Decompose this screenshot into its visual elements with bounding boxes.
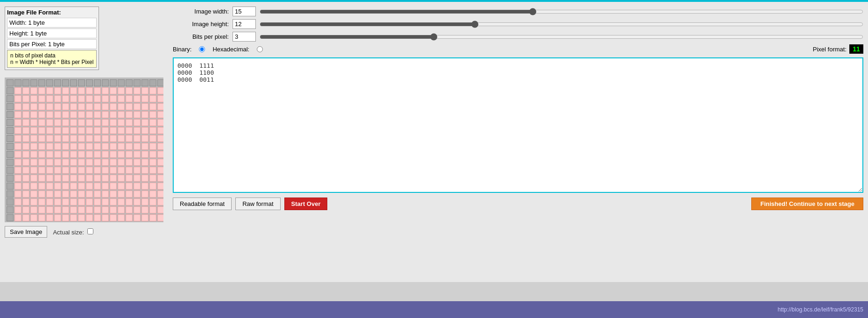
pixel-cell[interactable] <box>22 167 29 174</box>
pixel-cell[interactable] <box>62 214 69 221</box>
pixel-cell[interactable] <box>30 159 37 166</box>
start-over-button[interactable]: Start Over <box>284 198 328 210</box>
pixel-cell[interactable] <box>30 167 37 174</box>
pixel-cell[interactable] <box>157 119 163 126</box>
pixel-cell[interactable] <box>14 175 21 182</box>
pixel-cell[interactable] <box>110 214 117 221</box>
pixel-cell[interactable] <box>62 79 69 86</box>
pixel-cell[interactable] <box>94 175 101 182</box>
pixel-cell[interactable] <box>126 151 133 158</box>
pixel-cell[interactable] <box>62 119 69 126</box>
pixel-cell[interactable] <box>54 127 61 134</box>
pixel-cell[interactable] <box>110 183 117 190</box>
pixel-cell[interactable] <box>54 175 61 182</box>
pixel-cell[interactable] <box>149 175 156 182</box>
pixel-cell[interactable] <box>94 198 101 205</box>
pixel-cell[interactable] <box>141 191 148 198</box>
pixel-cell[interactable] <box>110 135 117 142</box>
pixel-cell[interactable] <box>134 135 141 142</box>
pixel-cell[interactable] <box>7 95 14 102</box>
pixel-cell[interactable] <box>14 127 21 134</box>
pixel-cell[interactable] <box>110 191 117 198</box>
pixel-cell[interactable] <box>70 95 77 102</box>
pixel-cell[interactable] <box>110 198 117 205</box>
pixel-cell[interactable] <box>94 206 101 213</box>
pixel-cell[interactable] <box>118 95 125 102</box>
pixel-cell[interactable] <box>126 87 133 94</box>
pixel-cell[interactable] <box>38 198 45 205</box>
pixel-cell[interactable] <box>14 159 21 166</box>
pixel-cell[interactable] <box>7 151 14 158</box>
pixel-cell[interactable] <box>46 167 53 174</box>
pixel-cell[interactable] <box>126 175 133 182</box>
pixel-cell[interactable] <box>38 127 45 134</box>
pixel-cell[interactable] <box>14 103 21 110</box>
pixel-cell[interactable] <box>86 111 93 118</box>
pixel-cell[interactable] <box>102 103 109 110</box>
pixel-cell[interactable] <box>94 111 101 118</box>
pixel-cell[interactable] <box>110 167 117 174</box>
pixel-cell[interactable] <box>54 214 61 221</box>
pixel-cell[interactable] <box>94 159 101 166</box>
pixel-cell[interactable] <box>102 183 109 190</box>
pixel-cell[interactable] <box>141 103 148 110</box>
pixel-cell[interactable] <box>149 103 156 110</box>
pixel-cell[interactable] <box>134 103 141 110</box>
pixel-cell[interactable] <box>78 159 85 166</box>
pixel-cell[interactable] <box>134 95 141 102</box>
pixel-cell[interactable] <box>46 159 53 166</box>
pixel-cell[interactable] <box>38 167 45 174</box>
pixel-cell[interactable] <box>62 127 69 134</box>
pixel-cell[interactable] <box>157 175 163 182</box>
pixel-cell[interactable] <box>7 159 14 166</box>
pixel-cell[interactable] <box>54 95 61 102</box>
pixel-cell[interactable] <box>157 183 163 190</box>
bits-per-pixel-input[interactable] <box>233 32 256 42</box>
pixel-cell[interactable] <box>54 151 61 158</box>
pixel-cell[interactable] <box>22 151 29 158</box>
pixel-cell[interactable] <box>22 159 29 166</box>
pixel-cell[interactable] <box>141 175 148 182</box>
pixel-cell[interactable] <box>86 103 93 110</box>
pixel-cell[interactable] <box>157 135 163 142</box>
pixel-cell[interactable] <box>86 127 93 134</box>
pixel-cell[interactable] <box>30 214 37 221</box>
pixel-cell[interactable] <box>134 198 141 205</box>
pixel-cell[interactable] <box>70 127 77 134</box>
binary-radio[interactable] <box>199 46 205 52</box>
pixel-cell[interactable] <box>110 151 117 158</box>
pixel-cell[interactable] <box>126 127 133 134</box>
pixel-cell[interactable] <box>102 135 109 142</box>
pixel-cell[interactable] <box>141 198 148 205</box>
pixel-cell[interactable] <box>22 206 29 213</box>
pixel-cell[interactable] <box>14 79 21 86</box>
pixel-cell[interactable] <box>7 79 14 86</box>
pixel-cell[interactable] <box>86 151 93 158</box>
pixel-cell[interactable] <box>22 95 29 102</box>
pixel-cell[interactable] <box>62 198 69 205</box>
pixel-cell[interactable] <box>102 95 109 102</box>
pixel-cell[interactable] <box>46 175 53 182</box>
pixel-cell[interactable] <box>157 143 163 150</box>
pixel-cell[interactable] <box>14 111 21 118</box>
pixel-cell[interactable] <box>118 175 125 182</box>
pixel-cell[interactable] <box>7 111 14 118</box>
pixel-cell[interactable] <box>38 143 45 150</box>
pixel-cell[interactable] <box>86 95 93 102</box>
raw-format-button[interactable]: Raw format <box>235 198 280 210</box>
pixel-cell[interactable] <box>78 95 85 102</box>
pixel-cell[interactable] <box>94 103 101 110</box>
pixel-cell[interactable] <box>102 127 109 134</box>
pixel-cell[interactable] <box>126 135 133 142</box>
pixel-cell[interactable] <box>157 206 163 213</box>
pixel-cell[interactable] <box>126 103 133 110</box>
pixel-cell[interactable] <box>54 198 61 205</box>
pixel-cell[interactable] <box>141 95 148 102</box>
pixel-cell[interactable] <box>78 198 85 205</box>
pixel-cell[interactable] <box>78 183 85 190</box>
pixel-cell[interactable] <box>46 183 53 190</box>
pixel-cell[interactable] <box>30 111 37 118</box>
pixel-cell[interactable] <box>118 119 125 126</box>
pixel-cell[interactable] <box>134 206 141 213</box>
pixel-cell[interactable] <box>157 111 163 118</box>
